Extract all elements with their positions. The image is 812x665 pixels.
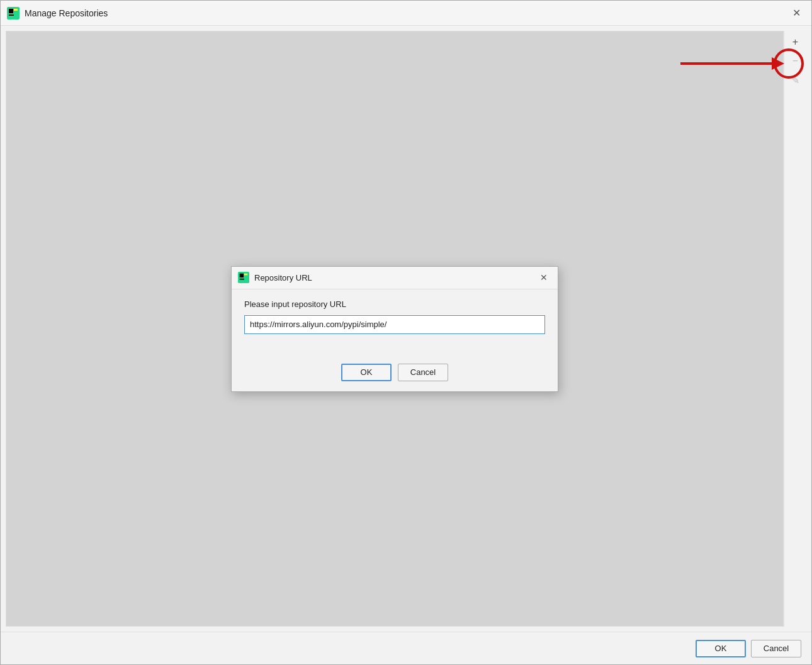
svg-rect-9 bbox=[244, 274, 247, 276]
modal-ok-button[interactable]: OK bbox=[341, 364, 392, 381]
main-window: Manage Repositories ✕ Nothing to show bbox=[0, 0, 812, 665]
modal-backdrop: Repository URL ✕ Please input repository… bbox=[6, 31, 783, 626]
svg-rect-8 bbox=[244, 276, 247, 281]
add-repository-button[interactable]: + bbox=[787, 33, 804, 51]
modal-body: Please input repository URL bbox=[232, 289, 558, 356]
modal-close-button[interactable]: ✕ bbox=[536, 270, 551, 285]
modal-pycharm-logo bbox=[238, 272, 249, 283]
content-area: Nothing to show Repository URL bbox=[1, 26, 811, 632]
footer-cancel-button[interactable]: Cancel bbox=[751, 640, 801, 657]
toolbar: + − ✎ bbox=[784, 31, 806, 627]
window-close-button[interactable]: ✕ bbox=[787, 4, 805, 22]
pycharm-logo bbox=[7, 7, 20, 20]
footer: OK Cancel bbox=[1, 632, 811, 664]
modal-footer: OK Cancel bbox=[232, 356, 558, 391]
title-bar: Manage Repositories ✕ bbox=[1, 1, 811, 26]
main-panel: Nothing to show Repository URL bbox=[6, 31, 784, 627]
title-bar-title: Manage Repositories bbox=[25, 8, 787, 18]
svg-rect-1 bbox=[9, 9, 13, 13]
edit-repository-button[interactable]: ✎ bbox=[787, 71, 804, 89]
remove-repository-button[interactable]: − bbox=[787, 52, 804, 70]
repository-url-dialog: Repository URL ✕ Please input repository… bbox=[231, 266, 558, 392]
modal-cancel-button[interactable]: Cancel bbox=[398, 364, 448, 381]
modal-title-text: Repository URL bbox=[254, 273, 536, 282]
footer-ok-button[interactable]: OK bbox=[696, 640, 746, 657]
modal-title-bar: Repository URL ✕ bbox=[232, 267, 558, 289]
svg-rect-3 bbox=[14, 11, 18, 18]
svg-rect-6 bbox=[240, 274, 244, 277]
repository-url-input[interactable] bbox=[244, 315, 545, 334]
svg-rect-4 bbox=[14, 9, 18, 11]
modal-prompt-label: Please input repository URL bbox=[244, 299, 545, 309]
